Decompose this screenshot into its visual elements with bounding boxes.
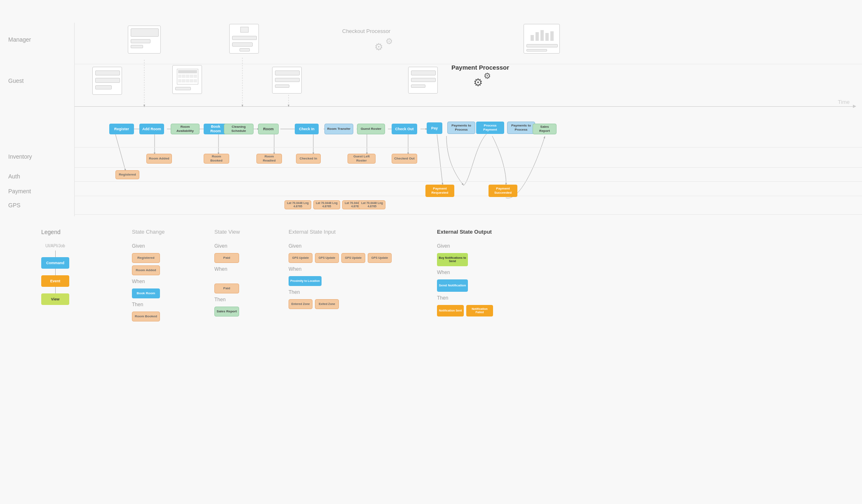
node-room-booked[interactable]: Room Booked	[204, 154, 229, 164]
sc-then-1: Room Booked	[132, 312, 160, 321]
node-payments-to-process-1[interactable]: Payments to Process	[447, 122, 475, 134]
node-add-room[interactable]: Add Room	[139, 124, 164, 134]
node-room-availability[interactable]: Room Availability	[171, 124, 200, 134]
node-guest-left-roster[interactable]: Guest Left Roster	[348, 154, 376, 164]
esi-given-label: Given	[289, 243, 392, 249]
esi-when-label: When	[289, 266, 392, 272]
swimlane-inventory: Inventory	[8, 153, 32, 160]
gear-icon-payment1: ⚙	[473, 76, 483, 89]
node-registered[interactable]: Registered	[115, 170, 139, 179]
node-room-transfer[interactable]: Room Transfer	[324, 124, 353, 134]
node-process-payment[interactable]: Process Payment	[476, 122, 504, 134]
node-pay[interactable]: Pay	[427, 122, 442, 134]
node-checked-in[interactable]: Checked In	[296, 154, 321, 164]
state-change-then-label: Then	[132, 302, 165, 307]
wireframe-inner	[275, 78, 300, 82]
svg-line-15	[115, 134, 126, 171]
node-check-out[interactable]: Check Out	[392, 124, 417, 134]
wireframe-inner	[526, 49, 547, 52]
node-cleaning-schedule[interactable]: Cleaning Schedule	[224, 124, 254, 134]
node-gps-4[interactable]: Lat 70.0448 Lng 4.8765	[359, 200, 385, 209]
wireframe-inner	[95, 70, 120, 75]
wireframe-inner	[526, 44, 558, 47]
svg-line-16	[437, 134, 443, 185]
wireframe-inner	[95, 78, 120, 83]
swimlane-divider-auth	[74, 167, 862, 168]
gear-icon-payment2: ⚙	[484, 71, 491, 81]
node-checked-out[interactable]: Checked Out	[392, 154, 417, 164]
gear-icon-checkout: ⚙	[374, 41, 383, 53]
external-state-input-section: External State Input Given GPS Update GP…	[289, 229, 392, 309]
wireframe-inner	[411, 84, 425, 88]
legend-arrow-3	[55, 287, 56, 293]
wireframe-manager-2	[229, 24, 259, 54]
node-room[interactable]: Room	[258, 124, 279, 134]
node-payment-succeeded[interactable]: Payment Succeeded	[489, 185, 517, 197]
wireframe-guest-3	[272, 67, 302, 94]
swimlane-manager: Manager	[8, 36, 31, 43]
node-room-readied[interactable]: Room Readied	[256, 154, 282, 164]
time-axis	[74, 106, 854, 107]
node-room-added[interactable]: Room Added	[146, 154, 172, 164]
node-payment-requested[interactable]: Payment Requested	[425, 185, 454, 197]
legend-view: View	[41, 293, 69, 305]
eso-when-nodes: Send Notification	[437, 279, 493, 292]
svg-rect-21	[550, 31, 554, 41]
state-view-then-nodes: Sales Report	[214, 307, 240, 316]
state-view-when-nodes: Paid	[214, 284, 240, 293]
wireframe-inner	[131, 39, 150, 43]
state-view-section: State View Given Paid When Paid Then Sal…	[214, 229, 240, 316]
swimlane-divider-gps	[74, 196, 862, 196]
sc-when-1: Book Room	[132, 288, 160, 298]
wireframe-inner	[175, 87, 191, 90]
esi-given-1: GPS Update	[289, 253, 312, 263]
wireframe-inner	[275, 84, 289, 88]
wireframe-manager-1	[128, 26, 161, 54]
state-change-then-nodes: Room Booked	[132, 312, 165, 321]
chart-icon	[527, 28, 557, 42]
legend-arrow-2	[55, 269, 56, 275]
esi-given-4: GPS Update	[368, 253, 392, 263]
esi-then-label: Then	[289, 289, 392, 295]
left-border-line	[74, 23, 75, 216]
eso-title: External State Output	[437, 229, 493, 235]
state-change-section: State Change Given Registered Room Added…	[132, 229, 165, 321]
gear-icon-checkout2: ⚙	[385, 36, 393, 46]
eso-then-1: Notification Sent	[437, 305, 464, 316]
eso-given-1: Buy Notifications to Send	[437, 253, 468, 266]
node-sales-report[interactable]: Sales Report	[533, 124, 557, 134]
swimlane-auth: Auth	[8, 173, 20, 180]
eso-then-nodes: Notification Sent Notification Failed	[437, 305, 493, 316]
state-change-when-nodes: Book Room	[132, 288, 165, 298]
payment-processor-label: Payment Processor	[451, 64, 509, 71]
node-check-in[interactable]: Check In	[295, 124, 319, 134]
state-view-when-label: When	[214, 266, 240, 272]
wireframe-guest-4	[408, 67, 438, 94]
esi-when-1: Proximity to Location	[289, 276, 322, 286]
state-view-given-nodes: Paid	[214, 253, 240, 263]
node-gps-1[interactable]: Lat 70.0448 Lng 4.8765	[284, 200, 311, 209]
state-change-when-label: When	[132, 279, 165, 284]
eso-given-label: Given	[437, 243, 493, 249]
wireframe-inner	[232, 42, 253, 47]
swimlane-guest: Guest	[8, 77, 23, 84]
calendar-icon	[177, 69, 198, 84]
node-register[interactable]: Register	[109, 124, 134, 134]
node-payments-to-process-2[interactable]: Payments to Process	[507, 122, 535, 134]
svg-rect-17	[531, 35, 534, 41]
esi-given-nodes: GPS Update GPS Update GPS Update GPS Upd…	[289, 253, 392, 263]
external-state-output-section: External State Output Given Buy Notifica…	[437, 229, 493, 316]
legend-event: Event	[41, 275, 69, 287]
wireframe-inner	[411, 78, 436, 82]
svg-rect-20	[545, 33, 549, 41]
node-gps-2[interactable]: Lat 70.0448 Lng 4.8765	[313, 200, 340, 209]
legend-arrow-1	[55, 251, 56, 257]
node-guest-roster[interactable]: Guest Roster	[357, 124, 385, 134]
wireframe-inner	[95, 85, 112, 89]
eso-when-1: Send Notification	[437, 279, 468, 292]
swimlane-divider-bottom	[74, 214, 862, 215]
swimlane-divider-inventory	[74, 147, 862, 148]
state-view-then-label: Then	[214, 297, 240, 302]
wireframe-inner	[232, 36, 257, 40]
wireframe-detail	[240, 27, 249, 33]
